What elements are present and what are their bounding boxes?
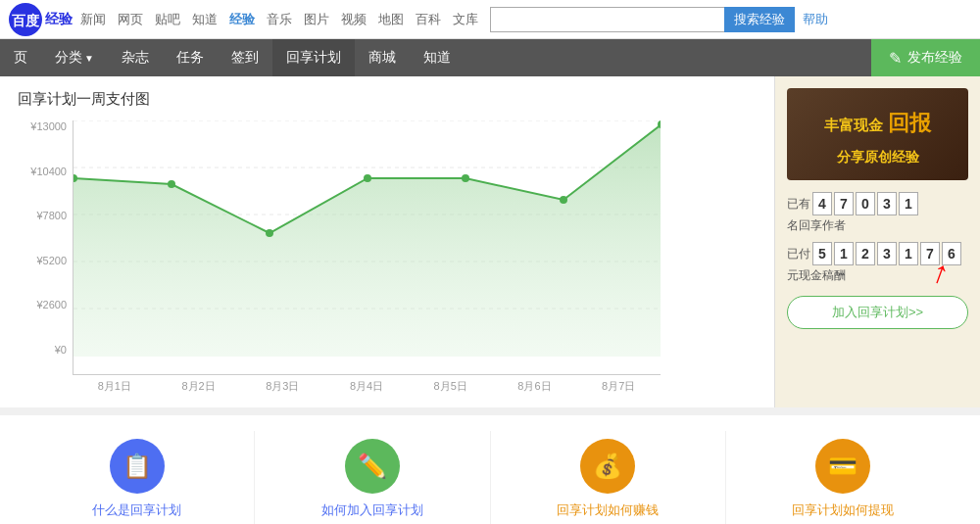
nav-item-checkin[interactable]: 签到 bbox=[218, 39, 272, 76]
banner-text-3: 分享原创经验 bbox=[837, 149, 919, 165]
nav-baike[interactable]: 百科 bbox=[416, 11, 441, 28]
digit-1c: 1 bbox=[899, 242, 918, 265]
feature-card-1: ✏️ 如何加入回享计划 bbox=[255, 431, 490, 524]
feature-icon-3: 💳 bbox=[815, 439, 870, 494]
nav-item-task[interactable]: 任务 bbox=[163, 39, 218, 76]
join-button[interactable]: 加入回享计划>> bbox=[787, 296, 968, 329]
feature-icon-0: 📋 bbox=[110, 439, 165, 494]
nav-video[interactable]: 视频 bbox=[341, 11, 367, 28]
chart-area: ¥13000 ¥10400 ¥7800 ¥5200 ¥2600 ¥0 bbox=[73, 120, 757, 394]
nav-map[interactable]: 地图 bbox=[378, 11, 404, 28]
stat-label-1: 已有 bbox=[787, 196, 810, 213]
digit-3b: 3 bbox=[877, 242, 897, 265]
main-nav: 页 分类▼ 杂志 任务 签到 回享计划 商城 知道 ✎ 发布经验 bbox=[0, 39, 980, 76]
digit-7: 7 bbox=[834, 192, 854, 215]
nav-tieba[interactable]: 贴吧 bbox=[155, 11, 180, 28]
svg-text:百度: 百度 bbox=[12, 13, 40, 28]
x-label-1: 8月2日 bbox=[157, 379, 241, 394]
line-chart bbox=[73, 120, 661, 375]
svg-point-11 bbox=[364, 174, 371, 182]
digit-3: 3 bbox=[877, 192, 897, 215]
stat-suffix-2: 元现金稿酬 bbox=[787, 267, 846, 284]
y-label-4: ¥10400 bbox=[18, 166, 67, 177]
top-nav-links: 新闻 网页 贴吧 知道 经验 音乐 图片 视频 地图 百科 文库 bbox=[80, 11, 478, 28]
sidebar: 丰富现金 回报 分享原创经验 已有 4 7 0 3 1 名回享作者 已付 5 1… bbox=[774, 76, 980, 407]
feature-label-2[interactable]: 回享计划如何赚钱 bbox=[557, 501, 659, 519]
nav-news[interactable]: 新闻 bbox=[80, 11, 106, 28]
digit-1: 1 bbox=[899, 192, 918, 215]
digit-1b: 1 bbox=[834, 242, 854, 265]
nav-item-category[interactable]: 分类▼ bbox=[41, 39, 108, 76]
nav-music[interactable]: 音乐 bbox=[267, 11, 292, 28]
feature-label-1[interactable]: 如何加入回享计划 bbox=[321, 501, 423, 519]
feature-card-0: 📋 什么是回享计划 bbox=[20, 431, 255, 524]
nav-item-zhidao[interactable]: 知道 bbox=[410, 39, 465, 76]
feature-card-2: 💰 回享计划如何赚钱 bbox=[491, 431, 726, 524]
nav-item-mall[interactable]: 商城 bbox=[355, 39, 410, 76]
y-label-5: ¥13000 bbox=[18, 120, 67, 132]
svg-point-12 bbox=[462, 174, 469, 182]
nav-item-huixiang[interactable]: 回享计划 bbox=[272, 39, 355, 76]
join-btn-container: 加入回享计划>> ↑ bbox=[787, 296, 968, 329]
digit-4: 4 bbox=[812, 192, 832, 215]
logo-text: 经验 bbox=[45, 11, 73, 28]
banner-text-2: 回报 bbox=[888, 111, 931, 135]
svg-point-9 bbox=[168, 180, 175, 188]
svg-point-10 bbox=[266, 229, 273, 237]
search-input[interactable] bbox=[490, 7, 725, 32]
nav-item-home[interactable]: 页 bbox=[0, 39, 41, 76]
publish-button[interactable]: ✎ 发布经验 bbox=[871, 39, 980, 76]
main-content: 回享计划一周支付图 ¥13000 ¥10400 ¥7800 ¥5200 ¥260… bbox=[0, 76, 774, 407]
feature-section: 📋 什么是回享计划 ✏️ 如何加入回享计划 💰 回享计划如何赚钱 💳 回享计划如… bbox=[0, 407, 980, 524]
stat-row-1: 已有 4 7 0 3 1 名回享作者 bbox=[787, 192, 968, 234]
digit-5: 5 bbox=[812, 242, 832, 265]
y-label-2: ¥5200 bbox=[18, 255, 67, 266]
x-label-0: 8月1日 bbox=[73, 379, 157, 394]
baidu-logo: 百度 经验 bbox=[8, 2, 73, 37]
svg-point-13 bbox=[560, 196, 567, 204]
nav-web[interactable]: 网页 bbox=[118, 11, 143, 28]
feature-icon-1: ✏️ bbox=[345, 439, 400, 494]
nav-zhidao[interactable]: 知道 bbox=[192, 11, 218, 28]
x-label-5: 8月6日 bbox=[493, 379, 577, 394]
y-label-0: ¥0 bbox=[18, 344, 67, 356]
x-label-3: 8月4日 bbox=[324, 379, 409, 394]
nav-item-magazine[interactable]: 杂志 bbox=[108, 39, 163, 76]
digit-0: 0 bbox=[856, 192, 875, 215]
y-label-1: ¥2600 bbox=[18, 299, 67, 310]
nav-wenku[interactable]: 文库 bbox=[453, 11, 478, 28]
sidebar-banner: 丰富现金 回报 分享原创经验 bbox=[787, 88, 968, 180]
stat-suffix-1: 名回享作者 bbox=[787, 217, 846, 234]
y-label-3: ¥7800 bbox=[18, 210, 67, 221]
x-label-6: 8月7日 bbox=[576, 379, 661, 394]
x-label-4: 8月5日 bbox=[409, 379, 493, 394]
chart-title: 回享计划一周支付图 bbox=[18, 90, 757, 109]
nav-jingyan[interactable]: 经验 bbox=[229, 11, 255, 28]
feature-label-3[interactable]: 回享计划如何提现 bbox=[792, 501, 894, 519]
digit-2: 2 bbox=[856, 242, 875, 265]
feature-card-3: 💳 回享计划如何提现 bbox=[726, 431, 960, 524]
feature-label-0[interactable]: 什么是回享计划 bbox=[92, 501, 181, 519]
search-button[interactable]: 搜索经验 bbox=[724, 7, 795, 32]
help-link[interactable]: 帮助 bbox=[803, 11, 828, 28]
banner-text-1: 丰富现金 bbox=[824, 117, 883, 133]
x-label-2: 8月3日 bbox=[240, 379, 324, 394]
stat-label-2: 已付 bbox=[787, 246, 810, 262]
svg-marker-7 bbox=[74, 124, 661, 357]
feature-icon-2: 💰 bbox=[580, 439, 635, 494]
nav-image[interactable]: 图片 bbox=[304, 11, 329, 28]
